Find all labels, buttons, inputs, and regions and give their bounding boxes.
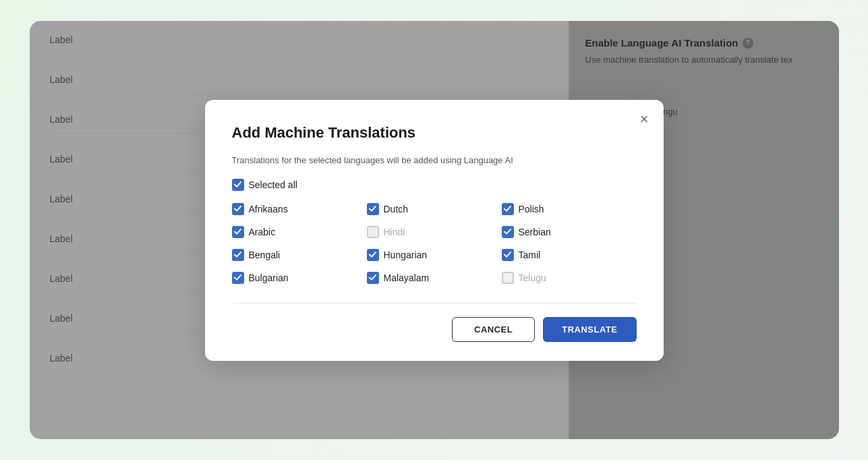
- modal-overlay: × Add Machine Translations Translations …: [30, 21, 839, 439]
- checkbox-serbian: [502, 226, 514, 238]
- select-all-checkbox-icon: [232, 179, 244, 191]
- checkbox-dutch: [367, 203, 379, 215]
- checkbox-bulgarian: [232, 272, 244, 284]
- lang-hindi: Hindi: [367, 226, 502, 238]
- translate-button[interactable]: TRANSLATE: [543, 317, 636, 342]
- lang-hungarian: Hungarian: [367, 249, 502, 261]
- cancel-button[interactable]: CANCEL: [452, 317, 535, 342]
- modal-subtitle: Translations for the selected languages …: [232, 155, 637, 165]
- modal-title: Add Machine Translations: [232, 124, 637, 142]
- lang-telugu: Telugu: [502, 272, 637, 284]
- checkbox-malayalam: [367, 272, 379, 284]
- checkbox-afrikaans: [232, 203, 244, 215]
- modal-dialog: × Add Machine Translations Translations …: [205, 100, 664, 361]
- languages-grid: Afrikaans Dutch: [232, 203, 637, 284]
- checkbox-polish: [502, 203, 514, 215]
- modal-close-button[interactable]: ×: [640, 112, 649, 127]
- checkbox-bengali: [232, 249, 244, 261]
- select-all-label: Selected all: [249, 179, 297, 190]
- lang-afrikaans: Afrikaans: [232, 203, 367, 215]
- lang-bengali: Bengali: [232, 249, 367, 261]
- lang-malayalam: Malayalam: [367, 272, 502, 284]
- lang-serbian: Serbian: [502, 226, 637, 238]
- checkbox-tamil: [502, 249, 514, 261]
- checkbox-hungarian: [367, 249, 379, 261]
- modal-actions: CANCEL TRANSLATE: [232, 317, 637, 342]
- lang-dutch: Dutch: [367, 203, 502, 215]
- checkbox-telugu: [502, 272, 514, 284]
- lang-arabic: Arabic: [232, 226, 367, 238]
- lang-polish: Polish: [502, 203, 637, 215]
- checkbox-arabic: [232, 226, 244, 238]
- select-all-checkbox[interactable]: Selected all: [232, 179, 297, 191]
- page-container: Label Label Label Label Label Label Labe…: [30, 21, 839, 439]
- modal-divider: [232, 303, 637, 304]
- select-all-row: Selected all: [232, 179, 637, 191]
- lang-bulgarian: Bulgarian: [232, 272, 367, 284]
- lang-tamil: Tamil: [502, 249, 637, 261]
- checkbox-hindi: [367, 226, 379, 238]
